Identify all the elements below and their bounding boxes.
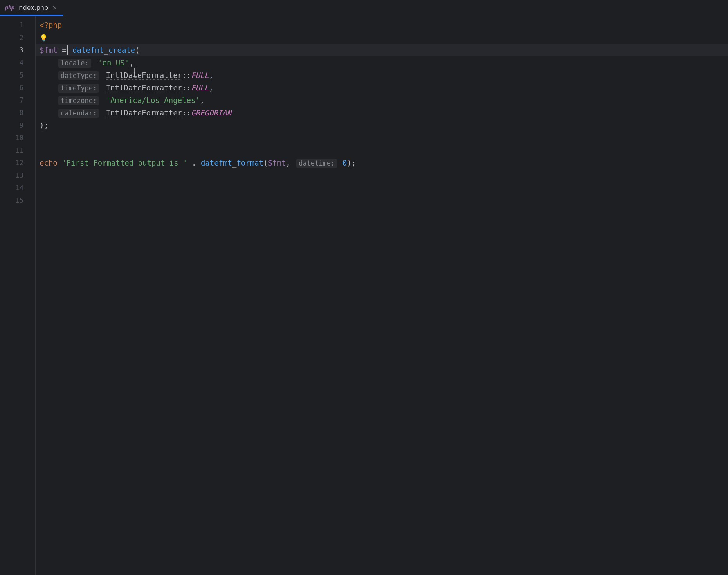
- code-line[interactable]: 💡: [36, 31, 728, 44]
- line-number: 7: [0, 94, 35, 106]
- line-number: 14: [0, 182, 35, 194]
- keyword: echo: [40, 159, 58, 167]
- text: [101, 96, 106, 105]
- line-number: 1: [0, 19, 35, 31]
- line-number: 13: [0, 169, 35, 182]
- text: [58, 46, 62, 54]
- line-number: 3: [0, 44, 35, 56]
- code-line[interactable]: <?php: [36, 19, 728, 31]
- code-line[interactable]: [36, 194, 728, 207]
- punct: (: [135, 46, 139, 54]
- code-line[interactable]: [36, 169, 728, 182]
- punct: ,: [209, 71, 213, 79]
- inlay-hint: timeType:: [58, 84, 99, 93]
- editor-window: php index.php × 1 2 3 4 5 6 7 8 9 10 11 …: [0, 0, 728, 575]
- text: [187, 159, 192, 167]
- class-ref: IntlDateFormatter: [106, 71, 182, 80]
- class-ref: IntlDateFormatter: [106, 108, 182, 117]
- line-number: 4: [0, 56, 35, 69]
- code-line[interactable]: [36, 144, 728, 157]
- text: [101, 108, 106, 117]
- constant: GREGORIAN: [191, 108, 231, 117]
- function-call: datefmt_format: [201, 159, 263, 167]
- tab-index-php[interactable]: php index.php ×: [0, 0, 63, 16]
- code-line[interactable]: [36, 182, 728, 194]
- inlay-hint: dateType:: [58, 71, 99, 80]
- inlay-hint: locale:: [58, 59, 91, 68]
- code-line[interactable]: locale: 'en_US',: [36, 56, 728, 69]
- line-number: 10: [0, 132, 35, 144]
- line-number: 15: [0, 194, 35, 207]
- constant: FULL: [191, 83, 209, 92]
- variable: $fmt: [268, 159, 286, 167]
- punct: (: [263, 159, 268, 167]
- inlay-hint: timezone:: [58, 96, 99, 105]
- line-number: 2: [0, 31, 35, 44]
- code-line[interactable]: calendar: IntlDateFormatter::GREGORIAN: [36, 106, 728, 119]
- tab-bar: php index.php ×: [0, 0, 728, 16]
- code-line[interactable]: [36, 132, 728, 144]
- inlay-hint: datetime:: [296, 159, 337, 168]
- line-number: 11: [0, 144, 35, 157]
- number: 0: [342, 159, 347, 167]
- punct: ): [347, 159, 351, 167]
- punct: ::: [182, 108, 191, 117]
- function-call: datefmt_create: [72, 46, 135, 54]
- punct: ,: [286, 159, 290, 167]
- punct: ::: [182, 83, 191, 92]
- code-area[interactable]: <?php 💡 $fmt = datefmt_create( locale: '…: [35, 16, 728, 575]
- text: [101, 83, 106, 92]
- lightbulb-icon[interactable]: 💡: [40, 32, 48, 44]
- string: 'First Formatted output is ': [62, 159, 187, 167]
- string: 'America/Los_Angeles': [106, 96, 200, 105]
- operator: .: [192, 159, 196, 167]
- code-line[interactable]: echo 'First Formatted output is ' . date…: [36, 157, 728, 169]
- class-ref: IntlDateFormatter: [106, 83, 182, 92]
- line-number-gutter: 1 2 3 4 5 6 7 8 9 10 11 12 13 14 15: [0, 16, 35, 575]
- variable: $fmt: [40, 46, 58, 54]
- code-line[interactable]: $fmt = datefmt_create(: [36, 44, 728, 56]
- line-number: 9: [0, 119, 35, 132]
- text: [94, 58, 98, 67]
- line-number: 6: [0, 81, 35, 94]
- text: [196, 159, 200, 167]
- tab-title: index.php: [17, 4, 48, 11]
- punct: ;: [351, 159, 356, 167]
- inlay-hint: calendar:: [58, 109, 99, 118]
- code-line[interactable]: timezone: 'America/Los_Angeles',: [36, 94, 728, 106]
- line-number: 5: [0, 69, 35, 81]
- punct: ::: [182, 71, 191, 79]
- text: [58, 159, 62, 167]
- punct: );: [40, 121, 49, 130]
- close-icon[interactable]: ×: [51, 4, 58, 11]
- string: 'en_US': [98, 58, 129, 67]
- text-caret: [67, 45, 68, 55]
- text: [101, 71, 106, 79]
- php-open-tag: <?php: [40, 21, 62, 29]
- code-line[interactable]: );: [36, 119, 728, 132]
- operator: =: [62, 46, 66, 54]
- line-number: 8: [0, 106, 35, 119]
- code-line[interactable]: timeType: IntlDateFormatter::FULL,: [36, 81, 728, 94]
- punct: ,: [129, 58, 133, 67]
- punct: ,: [209, 83, 213, 92]
- text: [68, 46, 72, 54]
- text: [290, 159, 295, 167]
- text: [338, 159, 342, 167]
- code-line[interactable]: dateType: IntlDateFormatter::FULL,: [36, 69, 728, 81]
- punct: ,: [200, 96, 204, 105]
- editor-area[interactable]: 1 2 3 4 5 6 7 8 9 10 11 12 13 14 15 <?ph…: [0, 16, 728, 575]
- php-file-icon: php: [5, 4, 14, 11]
- constant: FULL: [191, 71, 209, 79]
- line-number: 12: [0, 157, 35, 169]
